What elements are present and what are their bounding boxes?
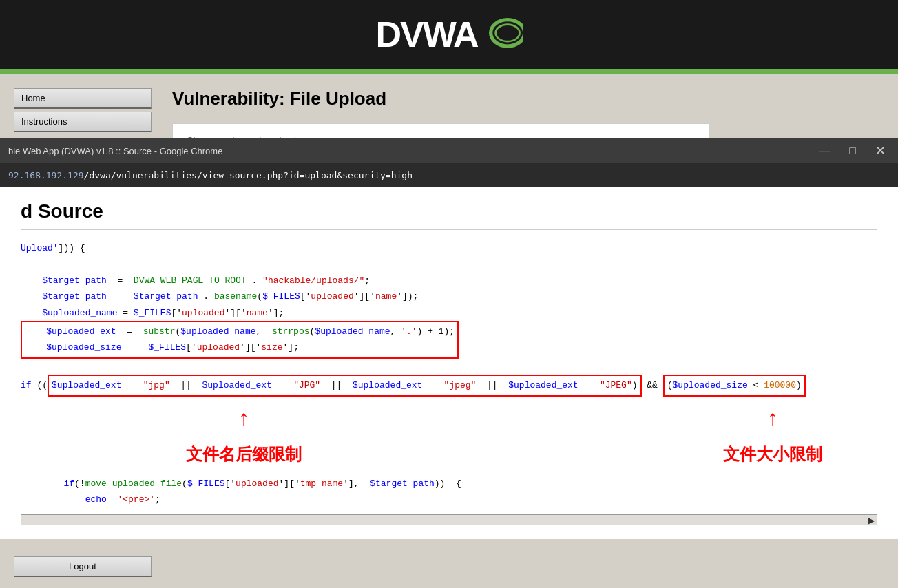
chrome-titlebar: ble Web App (DVWA) v1.8 :: Source - Goog…	[0, 138, 898, 163]
logout-button[interactable]: Logout	[14, 556, 152, 577]
annotation-area: ↑ 文件名后缀限制 ↑ 文件大小限制	[21, 400, 877, 476]
logo-text: DVWA	[376, 14, 478, 55]
code-line-condition: if (($uploaded_ext == "jpg" || $uploaded…	[21, 375, 877, 396]
address-prefix: 92.168.192.129/dvwa/vulnerabilities/view…	[8, 170, 413, 180]
page-title: Vulnerability: File Upload	[172, 88, 877, 109]
scrollbar-area[interactable]: ▶	[21, 514, 877, 525]
dvwa-page: DVWA Home Instructions Vulnerability: Fi…	[0, 0, 898, 588]
chrome-title-text: ble Web App (DVWA) v1.8 :: Source - Goog…	[8, 146, 815, 156]
dvwa-swoosh-icon	[474, 14, 523, 55]
code-line-ext-size: $uploaded_ext = substr($uploaded_name, s…	[21, 321, 877, 359]
code-line-blank1	[21, 256, 877, 272]
chrome-controls: — □ ✕	[815, 142, 890, 160]
highlight-box-condition-right: ($uploaded_size < 100000)	[663, 375, 806, 396]
maximize-button[interactable]: □	[845, 143, 860, 158]
code-line-uploaded-name: $uploaded_name = $_FILES['uploaded']['na…	[21, 305, 877, 321]
close-button[interactable]: ✕	[871, 142, 890, 160]
home-button[interactable]: Home	[14, 88, 152, 109]
arrow-up-left-icon: ↑	[186, 400, 302, 440]
arrow-up-right-icon: ↑	[723, 400, 822, 440]
footer-area: Logout Username: user Security Level: hi…	[0, 543, 898, 588]
code-line-size: $uploaded_size = $_FILES['uploaded']['si…	[25, 339, 455, 355]
annotation-right-text: 文件大小限制	[723, 445, 822, 463]
code-line-ext: $uploaded_ext = substr($uploaded_name, s…	[25, 324, 455, 339]
dvwa-logo: DVWA	[376, 14, 523, 55]
green-bar	[0, 69, 898, 74]
code-line-target1: $target_path = DVWA_WEB_PAGE_TO_ROOT . "…	[21, 273, 877, 288]
code-line-move: if(!move_uploaded_file($_FILES['uploaded…	[21, 476, 877, 492]
code-line-echo: echo '<pre>';	[21, 492, 877, 507]
dvwa-header: DVWA	[0, 0, 898, 69]
source-container: d Source Upload'])) { $target_path = DVW…	[0, 187, 898, 539]
annotation-right: ↑ 文件大小限制	[723, 400, 822, 470]
annotation-left-text: 文件名后缀限制	[186, 445, 302, 463]
annotation-left: ↑ 文件名后缀限制	[186, 400, 302, 470]
instructions-button[interactable]: Instructions	[14, 112, 152, 132]
chrome-addressbar[interactable]: 92.168.192.129/dvwa/vulnerabilities/view…	[0, 163, 898, 187]
chrome-popup: ble Web App (DVWA) v1.8 :: Source - Goog…	[0, 138, 898, 539]
source-title: d Source	[21, 200, 877, 230]
scrollbar-right-arrow-icon[interactable]: ▶	[868, 516, 875, 525]
svg-point-1	[495, 25, 519, 42]
minimize-button[interactable]: —	[815, 143, 834, 158]
highlight-box-ext: $uploaded_ext = substr($uploaded_name, s…	[21, 321, 459, 359]
highlight-box-condition-left: $uploaded_ext == "jpg" || $uploaded_ext …	[48, 375, 641, 396]
code-line-target2: $target_path = $target_path . basename($…	[21, 288, 877, 304]
code-area: Upload'])) { $target_path = DVWA_WEB_PAG…	[21, 240, 877, 507]
code-line-blank2	[21, 359, 877, 375]
code-line-upload: Upload'])) {	[21, 240, 877, 256]
address-path: /dvwa/vulnerabilities/view_source.php?id…	[84, 170, 413, 180]
